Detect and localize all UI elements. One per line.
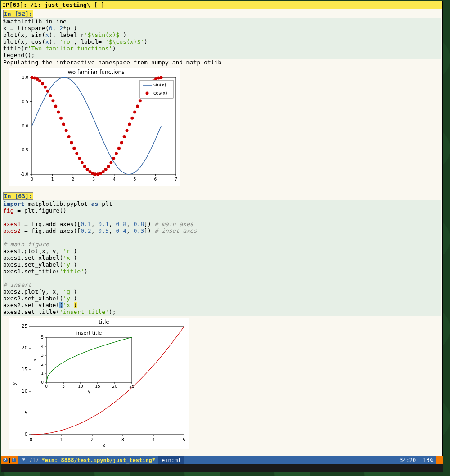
modeline-file: *ein: 8888/test.ipynb/just_testing* [39, 456, 158, 464]
svg-point-48 [83, 165, 86, 168]
svg-text:0.0: 0.0 [22, 124, 29, 128]
svg-text:25: 25 [129, 384, 134, 389]
svg-point-59 [112, 157, 115, 160]
svg-point-40 [62, 123, 65, 126]
titlebar-text: IP[63]: /1: just_testing\ [+] [2, 1, 104, 8]
svg-point-32 [41, 82, 44, 85]
cell-2-plot: title0123450510152025xyinsert title05101… [3, 316, 441, 455]
svg-point-39 [59, 117, 63, 120]
svg-text:insert title: insert title [76, 330, 102, 336]
svg-text:3: 3 [41, 353, 44, 358]
cell-1-prompt: In [52]: [3, 10, 33, 18]
svg-text:x: x [103, 443, 106, 449]
svg-text:title: title [99, 319, 109, 325]
svg-point-63 [123, 135, 126, 138]
svg-text:0: 0 [30, 437, 32, 442]
svg-point-81 [146, 92, 149, 95]
svg-point-35 [49, 94, 52, 97]
svg-text:20: 20 [22, 345, 27, 350]
svg-point-31 [38, 79, 41, 82]
svg-text:5: 5 [25, 410, 27, 415]
svg-point-33 [44, 86, 47, 89]
svg-point-76 [157, 76, 160, 79]
svg-text:5: 5 [183, 437, 185, 442]
modeline-endcap [436, 456, 443, 464]
emacs-titlebar: IP[63]: /1: just_testing\ [+] [1, 1, 442, 9]
svg-point-67 [133, 110, 136, 113]
svg-text:cos(x): cos(x) [153, 91, 167, 95]
svg-text:25: 25 [22, 324, 27, 329]
svg-text:5: 5 [41, 335, 44, 340]
svg-text:0.5: 0.5 [22, 100, 28, 104]
svg-text:1: 1 [51, 177, 54, 181]
svg-text:0: 0 [45, 384, 48, 389]
cell-1-output-text: Populating the interactive namespace fro… [3, 59, 441, 66]
svg-text:1.0: 1.0 [22, 75, 29, 80]
svg-text:7: 7 [175, 177, 177, 181]
modeline: 2|1 * 717 *ein: 8888/test.ipynb/just_tes… [1, 456, 443, 464]
svg-point-36 [51, 99, 54, 102]
cell-2-code[interactable]: import matplotlib.pyplot as plt fig = pl… [3, 200, 441, 316]
svg-point-37 [54, 104, 57, 108]
svg-point-55 [102, 170, 105, 173]
svg-text:3: 3 [92, 177, 95, 181]
svg-rect-111 [46, 337, 132, 382]
svg-text:6: 6 [154, 177, 157, 181]
svg-point-42 [68, 135, 71, 138]
modeline-badge: 2|1 [1, 456, 18, 464]
svg-point-46 [78, 157, 81, 160]
svg-text:sin(x): sin(x) [153, 82, 166, 87]
svg-point-49 [86, 168, 89, 171]
svg-text:1: 1 [41, 371, 44, 376]
modeline-modified: * [22, 456, 25, 464]
svg-text:-0.5: -0.5 [20, 148, 28, 152]
minibuffer[interactable] [1, 464, 443, 472]
svg-point-56 [104, 168, 108, 171]
svg-text:20: 20 [112, 384, 117, 389]
svg-text:0: 0 [31, 177, 33, 181]
cell-2-prompt: In [63]: [3, 192, 33, 200]
svg-point-68 [136, 104, 139, 108]
chart-two-familiar: Two familiar functions01234567-1.0-0.50.… [9, 68, 180, 186]
svg-point-34 [46, 90, 50, 93]
svg-text:1: 1 [60, 437, 63, 442]
svg-text:y: y [88, 389, 90, 394]
svg-point-61 [117, 147, 121, 150]
cell-1-code[interactable]: %matplotlib inline x = linspace(0, 2*pi)… [3, 18, 441, 59]
svg-point-66 [130, 117, 134, 120]
svg-point-38 [57, 110, 60, 113]
modeline-count: 717 [29, 456, 39, 464]
modeline-cursor-pos: 34:20 [395, 456, 420, 464]
cell-1-plot: Two familiar functions01234567-1.0-0.50.… [3, 66, 441, 191]
chart-inset: title0123450510152025xyinsert title05101… [9, 318, 189, 449]
svg-text:2: 2 [91, 437, 94, 442]
svg-text:15: 15 [22, 367, 27, 372]
svg-point-58 [109, 161, 112, 164]
svg-point-41 [65, 129, 68, 132]
svg-point-45 [75, 152, 78, 155]
svg-point-77 [160, 76, 163, 79]
svg-text:0: 0 [25, 432, 27, 437]
svg-point-60 [115, 152, 118, 155]
svg-text:y: y [11, 382, 17, 385]
svg-text:x: x [32, 358, 37, 361]
svg-text:15: 15 [95, 384, 100, 389]
svg-text:4: 4 [41, 344, 44, 349]
svg-text:Two familiar functions: Two familiar functions [65, 69, 125, 75]
svg-text:4: 4 [152, 437, 155, 442]
svg-point-30 [36, 77, 39, 81]
svg-point-47 [81, 161, 84, 164]
svg-point-57 [107, 165, 110, 168]
svg-point-69 [139, 99, 142, 102]
svg-point-64 [126, 129, 129, 132]
svg-point-43 [70, 141, 73, 144]
svg-text:2: 2 [41, 362, 44, 367]
svg-text:-1.0: -1.0 [20, 172, 28, 177]
svg-point-62 [120, 141, 123, 144]
cell-2[interactable]: In [63]: import matplotlib.pyplot as plt… [1, 191, 442, 455]
svg-point-28 [31, 76, 34, 79]
svg-text:3: 3 [122, 437, 124, 442]
cell-1[interactable]: In [52]: %matplotlib inline x = linspace… [1, 9, 442, 191]
svg-point-65 [128, 123, 131, 126]
svg-point-44 [72, 147, 76, 150]
